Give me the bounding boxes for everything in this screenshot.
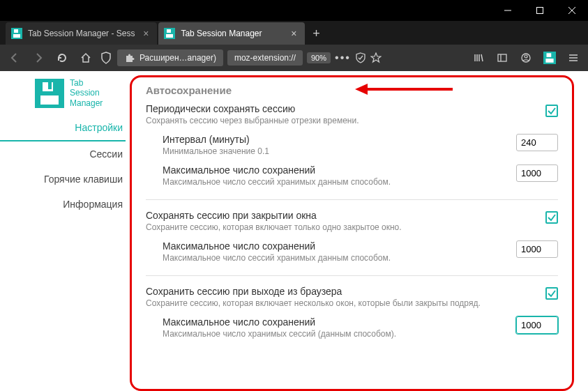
max-saves-input[interactable]: 1000: [516, 240, 558, 258]
home-button[interactable]: [75, 47, 96, 68]
close-icon[interactable]: ×: [140, 28, 151, 39]
sidebar-item-sessions[interactable]: Сессии: [0, 141, 126, 167]
reload-button[interactable]: [52, 47, 73, 68]
url-text: moz-extension://: [234, 53, 296, 63]
back-button[interactable]: [4, 47, 25, 68]
setting-label: Периодически сохранять сессию: [146, 103, 545, 114]
minimize-button[interactable]: [492, 0, 524, 21]
sidebar-item-info[interactable]: Информация: [0, 192, 126, 217]
window-titlebar: [0, 0, 588, 21]
app-sidebar: Tab Session Manager Настройки Сессии Гор…: [0, 71, 126, 391]
close-window-button[interactable]: [556, 0, 588, 21]
interval-input[interactable]: 240: [516, 134, 558, 151]
sidebar-toggle-button[interactable]: [492, 47, 513, 68]
svg-rect-26: [48, 82, 52, 89]
library-button[interactable]: [468, 47, 489, 68]
checkbox[interactable]: [545, 287, 558, 300]
svg-rect-1: [537, 8, 543, 14]
sidebar-item-hotkeys[interactable]: Горячие клавиши: [0, 167, 126, 192]
sub-desc: Максимальное число хранимых сессий (данн…: [163, 329, 516, 339]
max-saves-input[interactable]: 1000: [516, 164, 558, 182]
extension-save-button[interactable]: [539, 47, 560, 68]
setting-desc: Сохраните сессию, которая включает тольк…: [146, 222, 545, 232]
divider: [146, 275, 558, 276]
svg-rect-8: [167, 29, 171, 33]
svg-rect-14: [498, 54, 506, 61]
setting-desc: Сохранять сессию через выбранные отрезки…: [146, 116, 545, 125]
setting-label: Сохранить сессию при выходе из браузера: [146, 286, 545, 297]
svg-rect-19: [547, 53, 552, 57]
bookmark-star-icon[interactable]: [370, 52, 382, 63]
sub-label: Максимальное число сохранений: [163, 316, 516, 328]
sidebar-item-settings[interactable]: Настройки: [0, 115, 126, 141]
sub-desc: Максимальное число сессий хранимых данны…: [163, 253, 516, 263]
section-title: Автосохранение: [146, 84, 558, 96]
app-name: Tab Session Manager: [70, 78, 103, 108]
app-logo-icon: [35, 79, 64, 108]
save-icon: [11, 28, 22, 39]
reader-shield-icon[interactable]: [355, 52, 366, 63]
svg-rect-27: [40, 95, 59, 105]
browser-tab[interactable]: Tab Session Manager - Sess ×: [6, 22, 157, 45]
browser-tab[interactable]: Tab Session Manager ×: [158, 22, 305, 45]
divider: [146, 199, 558, 200]
svg-point-17: [525, 55, 527, 58]
new-tab-button[interactable]: +: [305, 22, 327, 45]
svg-rect-5: [14, 29, 18, 33]
sub-label: Интервал (минуты): [163, 134, 516, 145]
browser-navbar: Расширен…anager) moz-extension:// 90% ••…: [0, 45, 588, 71]
extension-label: Расширен…anager): [140, 53, 216, 63]
sub-label: Максимальное число сохранений: [163, 240, 516, 252]
save-icon: [164, 28, 175, 39]
forward-button[interactable]: [28, 47, 49, 68]
url-input[interactable]: moz-extension://: [227, 50, 303, 66]
checkbox[interactable]: [545, 105, 558, 117]
sub-label: Максимальное число сохранений: [163, 164, 516, 176]
setting-label: Сохранять сессию при закрытии окна: [146, 210, 545, 221]
shield-icon[interactable]: [99, 51, 113, 65]
checkbox[interactable]: [545, 211, 558, 224]
sub-desc: Минимальное значение 0.1: [163, 146, 516, 156]
puzzle-icon: [124, 52, 135, 63]
browser-tabstrip: Tab Session Manager - Sess × Tab Session…: [0, 21, 588, 45]
app-menu-button[interactable]: [563, 47, 584, 68]
extension-badge[interactable]: Расширен…anager): [117, 49, 223, 66]
settings-panel: Автосохранение Периодически сохранять се…: [130, 75, 574, 391]
maximize-button[interactable]: [524, 0, 556, 21]
svg-line-13: [481, 54, 483, 61]
tab-title: Tab Session Manager - Sess: [28, 29, 135, 38]
svg-rect-9: [166, 34, 173, 38]
account-button[interactable]: [515, 47, 536, 68]
setting-desc: Сохраните сессию, которая включает неско…: [146, 298, 545, 308]
zoom-indicator[interactable]: 90%: [307, 52, 331, 63]
page-actions-menu[interactable]: •••: [335, 52, 351, 64]
close-icon[interactable]: ×: [288, 28, 299, 39]
svg-rect-20: [545, 59, 553, 63]
svg-rect-6: [13, 34, 20, 38]
tab-title: Tab Session Manager: [181, 29, 282, 38]
max-saves-input[interactable]: 1000: [516, 316, 558, 334]
sub-desc: Максимальное число сессий хранимых данны…: [163, 177, 516, 187]
